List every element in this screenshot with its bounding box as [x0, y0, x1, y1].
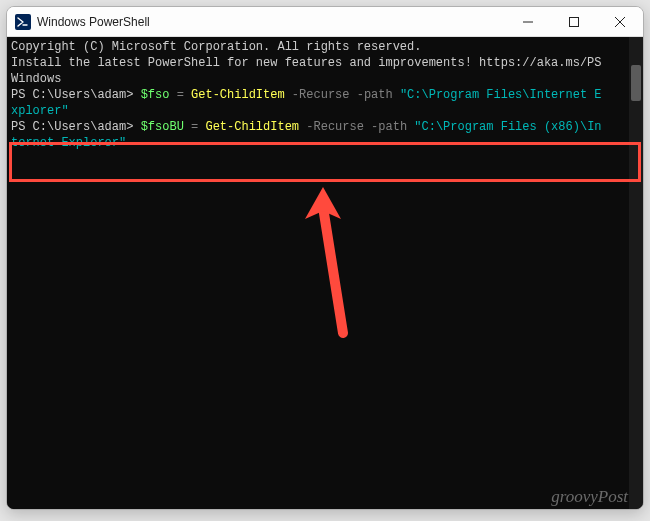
watermark: groovyPost [551, 487, 628, 507]
output-line: Copyright (C) Microsoft Corporation. All… [11, 39, 629, 55]
powershell-window: Windows PowerShell Copyright (C) Microso… [6, 6, 644, 510]
scrollbar[interactable] [629, 37, 643, 509]
command-line-2: PS C:\Users\adam> $fsoBU = Get-ChildItem… [11, 119, 629, 135]
minimize-button[interactable] [505, 7, 551, 36]
terminal-area: Copyright (C) Microsoft Corporation. All… [7, 37, 643, 509]
scroll-thumb[interactable] [631, 65, 641, 101]
output-line: Install the latest PowerShell for new fe… [11, 55, 629, 71]
close-icon [615, 17, 625, 27]
command-line-1: PS C:\Users\adam> $fso = Get-ChildItem -… [11, 87, 629, 103]
window-title: Windows PowerShell [37, 15, 150, 29]
output-line: Windows [11, 71, 629, 87]
command-line-1-wrap: xplorer" [11, 103, 629, 119]
minimize-icon [523, 17, 533, 27]
svg-rect-2 [570, 17, 579, 26]
powershell-icon [15, 14, 31, 30]
maximize-icon [569, 17, 579, 27]
close-button[interactable] [597, 7, 643, 36]
titlebar[interactable]: Windows PowerShell [7, 7, 643, 37]
maximize-button[interactable] [551, 7, 597, 36]
terminal-output[interactable]: Copyright (C) Microsoft Corporation. All… [7, 37, 629, 509]
command-line-2-wrap: ternet Explorer" [11, 135, 629, 151]
window-controls [505, 7, 643, 36]
